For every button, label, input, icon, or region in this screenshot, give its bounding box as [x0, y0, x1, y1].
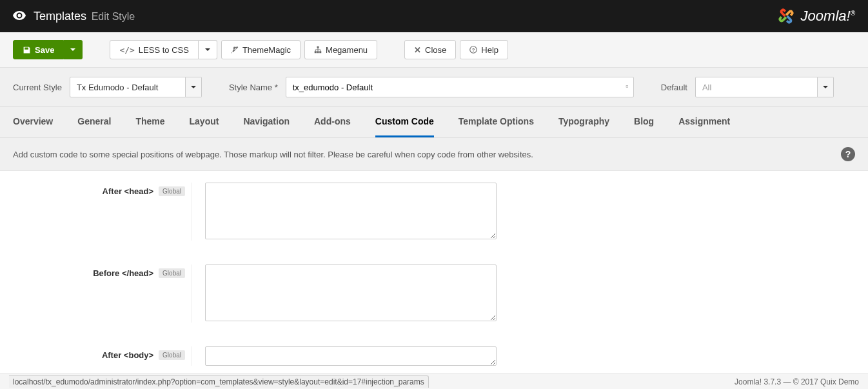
label-col: After <body> Global	[13, 346, 192, 366]
help-button[interactable]: ? Help	[460, 40, 508, 59]
default-select[interactable]: All	[695, 77, 834, 97]
thememagic-button[interactable]: ThemeMagic	[221, 40, 301, 59]
field-label: Before </head>	[93, 268, 153, 278]
description-text: Add custom code to some special position…	[13, 150, 533, 159]
less-dropdown-button[interactable]	[199, 40, 217, 59]
status-url: localhost/tx_edumodo/administrator/index…	[9, 375, 429, 388]
less-to-css-button[interactable]: </> LESS to CSS	[110, 40, 199, 59]
before-head-close-textarea[interactable]	[205, 264, 497, 321]
tab-custom-code[interactable]: Custom Code	[375, 107, 434, 137]
preview-icon[interactable]	[13, 10, 26, 23]
style-name-input[interactable]	[286, 77, 634, 97]
footer: localhost/tx_edumodo/administrator/index…	[0, 374, 868, 389]
tab-blog[interactable]: Blog	[634, 107, 654, 137]
code-icon: </>	[119, 45, 134, 55]
filter-row: Current Style Tx Edumodo - Default Style…	[0, 68, 868, 107]
tabs: Overview General Theme Layout Navigation…	[0, 107, 868, 138]
tab-theme[interactable]: Theme	[135, 107, 164, 137]
field-label: After <head>	[103, 186, 153, 196]
save-dropdown-button[interactable]	[64, 40, 83, 59]
megamenu-button[interactable]: Megamenu	[304, 40, 377, 59]
svg-rect-2	[315, 51, 317, 53]
svg-text:?: ?	[472, 47, 475, 53]
svg-point-0	[18, 14, 21, 17]
field-before-head-close: Before </head> Global	[0, 252, 868, 334]
global-badge: Global	[159, 268, 185, 278]
default-value: All	[695, 77, 818, 97]
form-area: After <head> Global Before </head> Globa…	[0, 171, 868, 377]
default-caret[interactable]	[818, 77, 834, 97]
label-col: After <head> Global	[13, 183, 192, 241]
magic-icon	[231, 46, 239, 54]
after-body-textarea[interactable]	[205, 346, 497, 366]
label-col: Before </head> Global	[13, 264, 192, 323]
tab-template-options[interactable]: Template Options	[459, 107, 534, 137]
current-style-select[interactable]: Tx Edumodo - Default	[70, 77, 202, 97]
style-name-label: Style Name *	[229, 83, 278, 92]
after-head-textarea[interactable]	[205, 183, 497, 239]
svg-rect-1	[317, 46, 319, 48]
top-header: Templates Edit Style Joomla!®	[0, 0, 868, 32]
brand-text: Joomla!®	[801, 8, 855, 25]
input-indicator-icon: ▫	[626, 81, 629, 91]
caret-down-icon	[70, 48, 75, 51]
question-icon: ?	[469, 46, 477, 54]
close-button[interactable]: ✕ Close	[404, 40, 456, 59]
toolbar: Save </> LESS to CSS ThemeMagic Megamenu…	[0, 32, 868, 68]
page-title: Templates Edit Style	[34, 10, 135, 23]
footer-right: Joomla! 3.7.3 — © 2017 Quix Demo	[735, 377, 859, 386]
field-after-body: After <body> Global	[0, 334, 868, 377]
current-style-caret[interactable]	[186, 77, 202, 97]
save-group: Save	[13, 40, 83, 59]
save-icon	[23, 46, 31, 54]
global-badge: Global	[159, 350, 185, 360]
joomla-logo[interactable]: Joomla!®	[775, 5, 855, 27]
joomla-icon	[775, 5, 797, 27]
caret-down-icon	[205, 48, 210, 51]
current-style-label: Current Style	[13, 83, 62, 92]
default-label: Default	[661, 83, 687, 92]
tab-assignment[interactable]: Assignment	[678, 107, 730, 137]
svg-rect-4	[319, 51, 321, 53]
tab-typography[interactable]: Typography	[558, 107, 609, 137]
caret-down-icon	[823, 86, 828, 88]
less-group: </> LESS to CSS	[110, 40, 217, 59]
tab-general[interactable]: General	[77, 107, 111, 137]
header-left: Templates Edit Style	[13, 10, 135, 23]
field-label: After <body>	[102, 350, 153, 360]
help-icon[interactable]: ?	[841, 147, 855, 161]
tab-layout[interactable]: Layout	[190, 107, 219, 137]
sitemap-icon	[314, 46, 322, 54]
current-style-value: Tx Edumodo - Default	[70, 77, 186, 97]
tab-overview[interactable]: Overview	[13, 107, 53, 137]
field-after-head: After <head> Global	[0, 171, 868, 252]
close-icon: ✕	[414, 45, 421, 55]
tab-navigation[interactable]: Navigation	[243, 107, 290, 137]
svg-rect-3	[317, 51, 319, 53]
global-badge: Global	[159, 186, 185, 196]
caret-down-icon	[191, 86, 196, 88]
tab-addons[interactable]: Add-ons	[314, 107, 351, 137]
description-bar: Add custom code to some special position…	[0, 138, 868, 171]
save-button[interactable]: Save	[13, 40, 64, 59]
